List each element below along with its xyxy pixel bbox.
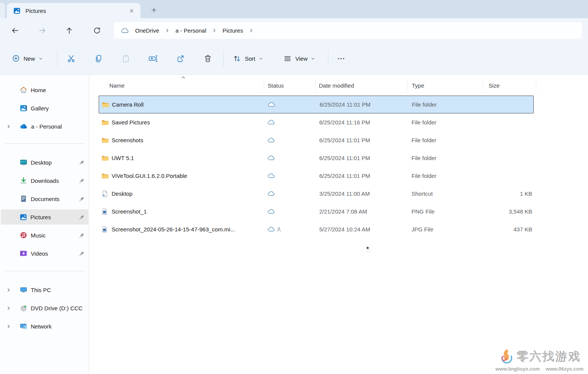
sidebar-item-this-pc[interactable]: This PC: [1, 282, 88, 297]
pin-icon: [79, 251, 85, 256]
view-button[interactable]: View: [279, 50, 319, 66]
file-row-camera-roll[interactable]: Camera Roll6/25/2024 11:01 PMFile folder: [99, 96, 534, 113]
view-button-label: View: [295, 55, 307, 62]
tab-title: Pictures: [25, 8, 126, 14]
status-cell: [267, 131, 275, 149]
cloud-icon: [268, 102, 276, 107]
file-explorer-window: Pictures OneDrivea - PersonalPictures Ne…: [0, 0, 588, 374]
column-divider[interactable]: [407, 80, 407, 90]
forward-arrow-icon: [38, 27, 46, 35]
toolbar-divider: [328, 50, 328, 67]
chevron-right-icon[interactable]: [6, 288, 11, 292]
column-header-name[interactable]: Name: [109, 78, 125, 94]
sort-button-label: Sort: [245, 55, 255, 62]
file-name: Screenshots: [112, 131, 143, 149]
file-row-vivetool-gui-1-6-2-0-portable[interactable]: ViVeTool.GUI.1.6.2.0.Portable6/25/2024 1…: [99, 167, 534, 185]
sidebar-item-a-personal[interactable]: a - Personal: [1, 119, 88, 134]
sidebar-item-label: Network: [31, 323, 52, 330]
file-size: [468, 131, 532, 149]
home-icon: [20, 86, 27, 94]
date-modified: 5/27/2024 10:24 AM: [319, 220, 370, 238]
column-header-type[interactable]: Type: [412, 78, 424, 94]
column-divider[interactable]: [536, 80, 536, 90]
file-row-screenshots[interactable]: Screenshots6/25/2024 11:01 PMFile folder: [99, 131, 534, 149]
column-divider[interactable]: [483, 80, 483, 90]
chevron-right-icon[interactable]: [6, 124, 11, 129]
tab-close-icon[interactable]: [126, 5, 137, 16]
sidebar-item-dvd-drive-d-ccc[interactable]: DVD Drive (D:) CCC: [1, 300, 88, 316]
file-name: Screenshot_1: [112, 203, 147, 220]
cut-button[interactable]: [63, 50, 79, 66]
file-type: Shortcut: [411, 185, 433, 203]
chevron-down-icon: [259, 57, 263, 61]
pin-icon: [79, 160, 85, 165]
file-row-screenshot-2024-05-26-14-15-47-963-com-m[interactable]: Screenshot_2024-05-26-14-15-47-963_com.m…: [99, 220, 534, 238]
file-size: [468, 167, 532, 185]
file-row-saved-pictures[interactable]: Saved Pictures6/25/2024 11:16 PMFile fol…: [99, 113, 534, 131]
breadcrumb-item-a-personal[interactable]: a - Personal: [173, 26, 208, 35]
new-tab-button[interactable]: [148, 5, 159, 15]
breadcrumb-item-onedrive[interactable]: OneDrive: [133, 26, 161, 35]
chevron-right-icon: [249, 28, 254, 33]
sidebar-item-pictures[interactable]: Pictures: [1, 209, 88, 225]
column-header-size[interactable]: Size: [489, 78, 500, 94]
sidebar-item-music[interactable]: Music: [1, 228, 88, 243]
sidebar-item-label: This PC: [31, 287, 51, 293]
sort-button[interactable]: Sort: [229, 50, 267, 66]
rename-icon: [148, 54, 158, 63]
sidebar-item-documents[interactable]: Documents: [1, 191, 88, 206]
file-row-desktop[interactable]: Desktop3/25/2024 11:00 AMShortcut1 KB: [99, 185, 534, 203]
navigation-pane: HomeGallerya - PersonalDesktopDownloadsD…: [0, 75, 89, 374]
delete-button[interactable]: [199, 50, 216, 66]
column-header-date-modified[interactable]: Date modified: [319, 78, 354, 94]
file-size: 3,548 KB: [468, 203, 532, 220]
new-button-label: New: [24, 55, 35, 62]
sidebar-item-videos[interactable]: Videos: [1, 246, 88, 261]
sidebar-item-network[interactable]: Network: [1, 319, 88, 334]
file-row-screenshot-1[interactable]: Screenshot_12/21/2024 7:08 AMPNG File3,5…: [99, 203, 534, 220]
address-bar[interactable]: OneDrivea - PersonalPictures: [114, 22, 582, 39]
column-divider[interactable]: [315, 80, 315, 90]
sidebar-item-label: Home: [31, 87, 46, 93]
column-divider[interactable]: [264, 80, 264, 90]
copy-button[interactable]: [90, 50, 107, 66]
close-icon: [129, 8, 134, 14]
sidebar-item-label: Pictures: [30, 214, 51, 220]
chevron-right-icon: [212, 28, 217, 33]
sidebar-item-gallery[interactable]: Gallery: [1, 101, 88, 116]
sidebar-item-home[interactable]: Home: [1, 82, 88, 97]
forward-arrow-button[interactable]: [36, 24, 48, 36]
new-plus-icon: [12, 55, 20, 62]
date-modified: 3/25/2024 11:00 AM: [319, 185, 370, 203]
up-arrow-button[interactable]: [63, 24, 75, 36]
image-file-icon: [101, 208, 108, 215]
breadcrumb-item-pictures[interactable]: Pictures: [220, 26, 245, 35]
onedrive-icon: [20, 124, 28, 129]
share-button[interactable]: [172, 50, 189, 66]
cloud-icon: [267, 137, 275, 143]
sidebar-item-label: Documents: [31, 196, 60, 202]
sidebar-item-label: Desktop: [31, 159, 52, 166]
chevron-right-icon[interactable]: [6, 324, 11, 329]
sort-asc-caret-icon: [181, 75, 186, 79]
tab-pictures[interactable]: Pictures: [7, 3, 140, 18]
gallery-icon: [20, 104, 27, 112]
refresh-button[interactable]: [91, 24, 103, 36]
file-row-uwt-5-1[interactable]: UWT 5.16/25/2024 11:01 PMFile folder: [99, 149, 534, 167]
watermark-url: www.06zyx.com: [546, 366, 583, 372]
watermark-title: 零六找游戏: [517, 349, 581, 365]
pin-icon: [79, 233, 85, 238]
back-arrow-icon: [11, 27, 19, 35]
rename-button[interactable]: [145, 50, 161, 66]
chevron-right-icon[interactable]: [6, 306, 11, 311]
column-header-status[interactable]: Status: [268, 78, 284, 94]
sidebar-item-downloads[interactable]: Downloads: [1, 173, 88, 188]
sidebar-item-desktop[interactable]: Desktop: [1, 155, 88, 170]
back-arrow-button[interactable]: [9, 24, 21, 36]
date-modified: 6/25/2024 11:01 PM: [319, 149, 370, 167]
window-corner-decoration: [0, 3, 5, 18]
see-more-button[interactable]: [333, 50, 349, 66]
status-cell: [267, 185, 275, 203]
new-button[interactable]: New: [8, 50, 47, 66]
breadcrumb: OneDrivea - PersonalPictures: [133, 26, 257, 35]
